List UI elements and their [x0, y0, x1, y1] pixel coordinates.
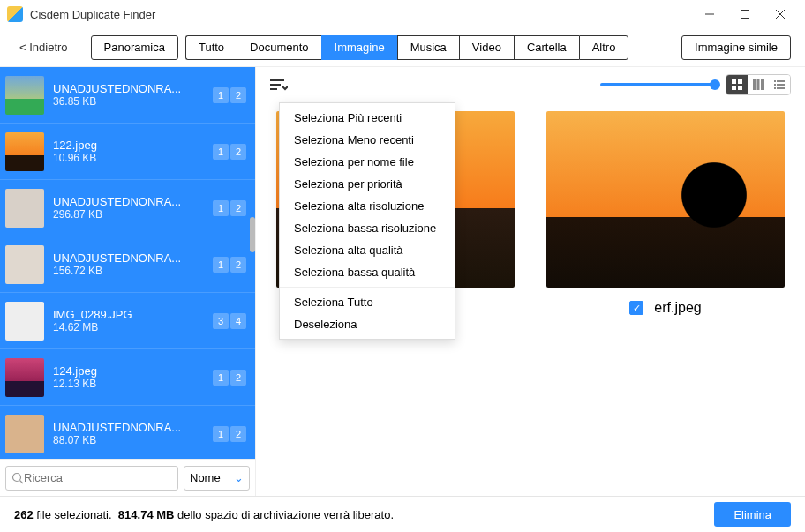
thumbnail-icon — [5, 245, 44, 284]
badge[interactable]: 2 — [230, 426, 246, 442]
slider-knob-icon[interactable] — [710, 79, 720, 90]
svg-rect-16 — [774, 80, 776, 82]
thumbnail-icon — [5, 302, 44, 341]
delete-button[interactable]: Elimina — [714, 502, 791, 527]
list-item[interactable]: UNADJUSTEDNONRA...88.07 KB 12 — [0, 406, 255, 459]
sidebar: UNADJUSTEDNONRA...36.85 KB 12 122.jpeg10… — [0, 67, 256, 496]
tab-immagine[interactable]: Immagine — [321, 35, 397, 60]
file-name: UNADJUSTEDNONRA... — [53, 82, 213, 95]
thumbnail-icon — [5, 76, 44, 115]
ctx-select-all[interactable]: Seleziona Tutto — [280, 291, 455, 313]
badge[interactable]: 1 — [213, 87, 229, 103]
status-count: 262 — [14, 508, 34, 521]
tab-documento[interactable]: Documento — [237, 35, 320, 60]
view-mode-buttons — [726, 74, 791, 95]
preview-name-right: erf.jpeg — [654, 300, 701, 316]
sort-select[interactable]: Nome ⌄ — [184, 466, 250, 491]
tab-altro[interactable]: Altro — [579, 35, 629, 60]
tab-cartella[interactable]: Cartella — [514, 35, 579, 60]
ctx-select-high-res[interactable]: Seleziona alta risoluzione — [280, 195, 455, 217]
badge[interactable]: 1 — [213, 257, 229, 273]
badge[interactable]: 4 — [230, 313, 246, 329]
ctx-select-newest[interactable]: Seleziona Più recenti — [280, 107, 455, 129]
selection-menu-button[interactable] — [270, 78, 288, 92]
toolbar: < Indietro Panoramica Tutto Documento Im… — [0, 28, 805, 67]
svg-rect-20 — [774, 87, 776, 89]
file-size: 156.72 KB — [53, 265, 213, 277]
svg-rect-21 — [777, 87, 785, 89]
svg-rect-1 — [741, 11, 749, 19]
tab-musica[interactable]: Musica — [397, 35, 459, 60]
svg-rect-14 — [757, 79, 760, 90]
svg-rect-15 — [761, 79, 764, 90]
chevron-down-icon: ⌄ — [234, 471, 244, 484]
search-input[interactable] — [5, 466, 178, 491]
svg-rect-17 — [777, 80, 785, 82]
maximize-button[interactable] — [727, 2, 763, 26]
content-area: 122.jpeg ✓ erf.jpeg Seleziona Più recent… — [256, 67, 805, 496]
badge[interactable]: 1 — [213, 370, 229, 386]
ctx-select-low-res[interactable]: Seleziona bassa risoluzione — [280, 217, 455, 239]
status-count-label: file selezionati. — [36, 508, 111, 521]
tab-video[interactable]: Video — [459, 35, 514, 60]
ctx-select-by-priority[interactable]: Seleziona per priorità — [280, 173, 455, 195]
file-name: 124.jpeg — [53, 364, 213, 378]
svg-rect-13 — [753, 79, 756, 90]
badge[interactable]: 2 — [230, 200, 246, 216]
ctx-deselect[interactable]: Deseleziona — [280, 313, 455, 335]
file-name: IMG_0289.JPG — [53, 308, 213, 321]
search-icon — [11, 472, 24, 484]
file-name: 122.jpeg — [53, 139, 213, 152]
ctx-select-by-filename[interactable]: Seleziona per nome file — [280, 151, 455, 173]
category-tabs: Tutto Documento Immagine Musica Video Ca… — [185, 35, 628, 60]
file-size: 14.62 MB — [53, 321, 213, 333]
badge[interactable]: 1 — [213, 144, 229, 160]
badge[interactable]: 1 — [213, 426, 229, 442]
list-item[interactable]: 122.jpeg10.96 KB 12 — [0, 124, 255, 180]
titlebar: Cisdem Duplicate Finder — [0, 0, 805, 28]
back-button[interactable]: < Indietro — [14, 41, 73, 54]
badge[interactable]: 2 — [230, 257, 246, 273]
tab-tutto[interactable]: Tutto — [185, 35, 237, 60]
file-size: 296.87 KB — [53, 208, 213, 221]
list-view-button[interactable] — [769, 75, 790, 94]
list-item[interactable]: 124.jpeg12.13 KB 12 — [0, 349, 255, 406]
svg-rect-10 — [738, 79, 742, 84]
minimize-button[interactable] — [692, 2, 727, 26]
zoom-slider[interactable] — [600, 83, 715, 86]
search-field[interactable] — [24, 471, 172, 484]
status-size-label: dello spazio di archiviazione verrà libe… — [177, 508, 394, 521]
preview-image-right[interactable] — [546, 111, 785, 288]
list-item[interactable]: UNADJUSTEDNONRA...156.72 KB 12 — [0, 236, 255, 293]
similar-image-button[interactable]: Immagine simile — [681, 35, 791, 60]
svg-rect-19 — [777, 84, 785, 86]
badge[interactable]: 2 — [230, 87, 246, 103]
checkbox-right[interactable]: ✓ — [629, 301, 643, 315]
scrollbar[interactable] — [250, 217, 255, 252]
column-view-button[interactable] — [748, 75, 769, 94]
close-button[interactable] — [763, 2, 798, 26]
panoramica-button[interactable]: Panoramica — [91, 35, 178, 60]
grid-view-button[interactable] — [726, 75, 748, 94]
svg-rect-11 — [732, 86, 736, 90]
list-item[interactable]: UNADJUSTEDNONRA...36.85 KB 12 — [0, 67, 255, 124]
file-size: 88.07 KB — [53, 434, 213, 446]
ctx-select-oldest[interactable]: Seleziona Meno recenti — [280, 129, 455, 151]
file-size: 36.85 KB — [53, 95, 213, 108]
badge[interactable]: 1 — [213, 200, 229, 216]
badge[interactable]: 3 — [213, 313, 229, 329]
file-name: UNADJUSTEDNONRA... — [53, 251, 213, 265]
duplicate-list[interactable]: UNADJUSTEDNONRA...36.85 KB 12 122.jpeg10… — [0, 67, 255, 459]
file-size: 10.96 KB — [53, 152, 213, 164]
list-item[interactable]: IMG_0289.JPG14.62 MB 34 — [0, 293, 255, 349]
svg-line-5 — [20, 480, 24, 483]
ctx-select-low-quality[interactable]: Seleziona bassa qualità — [280, 261, 455, 283]
context-menu: Seleziona Più recenti Seleziona Meno rec… — [279, 102, 455, 340]
list-item[interactable]: UNADJUSTEDNONRA...296.87 KB 12 — [0, 180, 255, 236]
thumbnail-icon — [5, 132, 44, 171]
svg-rect-18 — [774, 84, 776, 86]
separator — [280, 287, 455, 288]
badge[interactable]: 2 — [230, 144, 246, 160]
ctx-select-high-quality[interactable]: Seleziona alta qualità — [280, 239, 455, 261]
badge[interactable]: 2 — [230, 370, 246, 386]
